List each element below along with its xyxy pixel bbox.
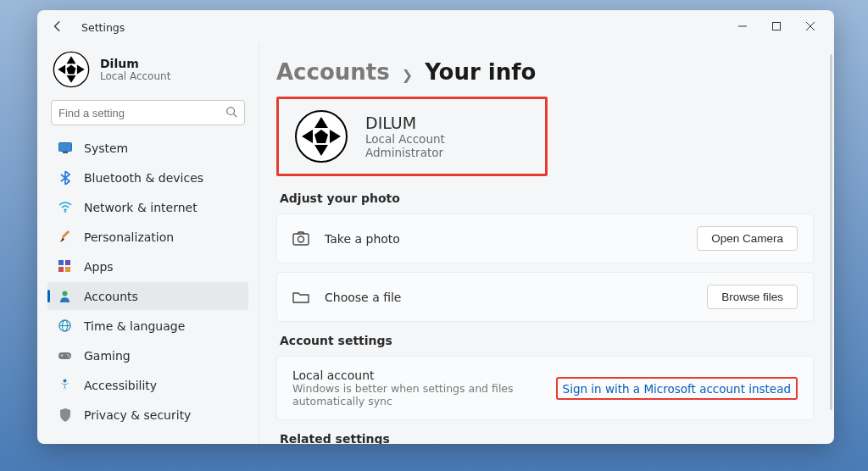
sidebar-item-apps[interactable]: Apps [47,252,248,280]
svg-rect-1 [773,23,781,30]
sign-in-microsoft-link[interactable]: Sign in with a Microsoft account instead [563,382,791,396]
take-photo-label: Take a photo [325,232,682,246]
sidebar-user-type: Local Account [100,70,170,82]
sidebar-item-label: System [84,141,128,155]
search-icon [225,105,237,121]
close-button[interactable] [793,14,827,41]
main-panel: Accounts ❯ Your info DILUM Local Account… [259,44,834,444]
sidebar-user[interactable]: Dilum Local Account [47,47,248,98]
sign-in-link-highlight: Sign in with a Microsoft account instead [556,377,798,400]
profile-role: Administrator [365,146,445,159]
svg-rect-14 [65,260,70,265]
sidebar-item-accounts[interactable]: Accounts [47,282,248,310]
monitor-icon [58,141,72,155]
breadcrumb: Accounts ❯ Your info [276,59,814,85]
svg-rect-15 [58,267,64,272]
svg-point-23 [69,356,70,357]
sidebar-item-label: Accessibility [84,379,157,392]
browse-files-button[interactable]: Browse files [707,285,798,309]
take-photo-row: Take a photo Open Camera [276,213,814,263]
sidebar-item-privacy[interactable]: Privacy & security [47,401,248,429]
content-area: Dilum Local Account System Bluetooth & d… [37,44,834,444]
profile-name: DILUM [365,114,445,132]
window-title: Settings [81,21,125,34]
sidebar-item-label: Time & language [84,319,185,333]
local-account-row: Local account Windows is better when set… [276,356,814,420]
sidebar-item-time-language[interactable]: Time & language [47,312,248,340]
section-adjust-photo: Adjust your photo [280,191,814,205]
sidebar-item-network[interactable]: Network & internet [47,193,248,221]
sidebar-item-label: Network & internet [84,201,198,214]
avatar-icon [294,109,348,163]
gamepad-icon [58,348,72,363]
folder-icon [292,289,309,306]
sidebar-item-gaming[interactable]: Gaming [47,341,248,369]
sidebar-item-label: Gaming [84,349,131,363]
shield-icon [58,407,72,422]
page-title: Your info [425,59,536,85]
accessibility-icon [58,378,72,392]
choose-file-label: Choose a file [325,291,692,304]
brush-icon [58,230,72,244]
sidebar-user-name: Dilum [100,57,170,70]
search-input[interactable] [58,107,225,119]
sidebar-item-accessibility[interactable]: Accessibility [47,371,248,399]
svg-rect-11 [63,152,68,153]
svg-line-9 [234,114,237,117]
settings-window: Settings [37,10,834,444]
apps-icon [58,259,72,274]
svg-rect-16 [65,267,70,272]
svg-point-22 [67,354,69,356]
sidebar: Dilum Local Account System Bluetooth & d… [37,44,259,444]
sidebar-item-label: Personalization [84,230,174,244]
close-icon [806,21,815,33]
sidebar-item-bluetooth[interactable]: Bluetooth & devices [47,163,248,191]
search-box[interactable] [51,100,245,125]
bluetooth-icon [58,170,72,185]
svg-rect-10 [58,143,71,152]
maximize-button[interactable] [760,14,793,41]
scrollbar[interactable] [830,54,832,410]
section-account-settings: Account settings [280,334,814,347]
profile-account-type: Local Account [365,132,445,146]
svg-point-12 [64,210,65,212]
camera-icon [292,230,309,247]
profile-info-card: DILUM Local Account Administrator [276,97,548,176]
choose-file-row: Choose a file Browse files [276,272,814,322]
svg-rect-33 [293,234,309,245]
sidebar-item-personalization[interactable]: Personalization [47,223,248,251]
globe-icon [58,319,72,333]
maximize-icon [772,21,781,33]
nav: System Bluetooth & devices Network & int… [47,134,248,444]
svg-rect-13 [58,260,64,265]
breadcrumb-parent[interactable]: Accounts [276,59,390,85]
avatar-icon [53,51,90,88]
chevron-right-icon: ❯ [402,67,413,83]
svg-point-26 [64,380,67,383]
minimize-button[interactable] [726,14,760,41]
window-controls [726,14,827,41]
local-account-title: Local account [292,368,541,382]
sidebar-item-label: Bluetooth & devices [84,171,203,185]
sidebar-item-label: Apps [84,260,114,274]
section-related-settings: Related settings [280,432,814,444]
back-arrow-icon [52,19,64,36]
wifi-icon [58,200,72,214]
person-icon [58,289,72,303]
sidebar-item-label: Accounts [84,290,138,303]
svg-rect-21 [58,352,71,359]
open-camera-button[interactable]: Open Camera [697,226,798,251]
back-button[interactable] [44,14,71,41]
minimize-icon [738,21,747,33]
svg-rect-25 [62,354,63,357]
sidebar-item-system[interactable]: System [47,134,248,162]
svg-point-17 [63,291,68,296]
local-account-subtitle: Windows is better when settings and file… [292,382,541,407]
svg-point-8 [227,107,235,114]
sidebar-item-label: Privacy & security [84,408,191,422]
title-bar: Settings [37,10,834,44]
svg-point-34 [298,236,304,242]
